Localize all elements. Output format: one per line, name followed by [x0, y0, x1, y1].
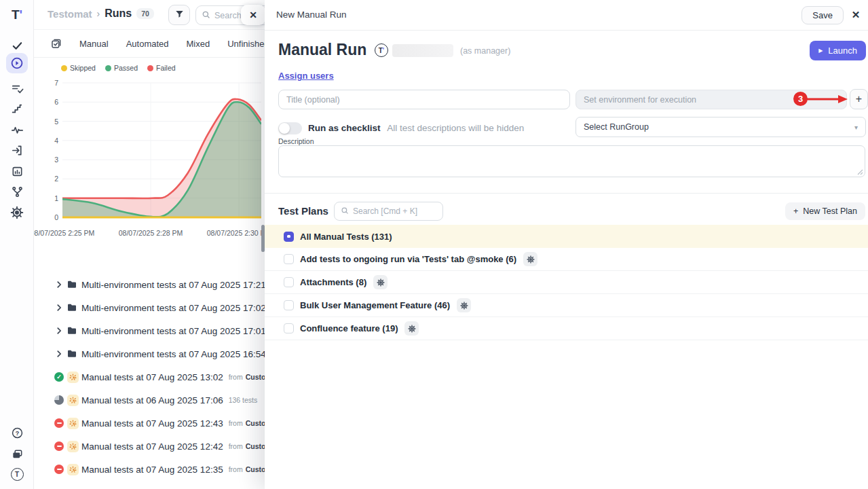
- test-plan-checkbox[interactable]: [284, 300, 294, 310]
- manual-run-icon: [67, 372, 79, 383]
- list-item[interactable]: Multi-environment tests at 07 Aug 2025 1…: [34, 319, 265, 342]
- runs-tabs: Manual Automated Mixed Unfinished: [34, 30, 265, 58]
- tab-manual[interactable]: Manual: [79, 39, 109, 49]
- resize-handle[interactable]: [857, 169, 863, 175]
- x-tick-label: 08/07/2025 2:25 PM: [31, 229, 95, 237]
- x-tick-label: 08/07/2025 2:28 PM: [119, 229, 183, 237]
- page-title: Manual Run: [278, 41, 366, 59]
- y-tick-label: 1: [34, 194, 58, 202]
- chevron-right-icon[interactable]: [54, 326, 64, 336]
- tasks-check-icon[interactable]: [0, 37, 34, 54]
- list-item[interactable]: Multi-environment tests at 07 Aug 2025 1…: [34, 296, 265, 319]
- test-plan-row[interactable]: All Manual Tests (131): [265, 225, 868, 248]
- annotation-step-badge: 3: [793, 92, 808, 106]
- plan-settings-gear-icon[interactable]: [404, 321, 419, 336]
- select-all-icon[interactable]: [50, 38, 62, 50]
- rungroup-select[interactable]: Select RunGroup ▾: [575, 117, 866, 137]
- runs-area-chart: [62, 76, 261, 223]
- svg-text:?: ?: [15, 429, 19, 436]
- filter-button[interactable]: [168, 5, 190, 25]
- run-label: Multi-environment tests at 07 Aug 2025 1…: [81, 280, 266, 290]
- list-item[interactable]: Manual tests at 07 Aug 2025 12:42 fromCu…: [34, 435, 265, 458]
- run-label: Manual tests at 07 Aug 2025 12:43: [81, 418, 223, 429]
- run-label: Manual tests at 07 Aug 2025 12:42: [81, 441, 223, 452]
- chart-legend: SkippedPassedFailed: [61, 64, 176, 72]
- plan-settings-gear-icon[interactable]: [523, 252, 537, 266]
- status-icon: [54, 372, 64, 382]
- y-tick-label: 7: [34, 79, 58, 87]
- tab-unfinished[interactable]: Unfinished: [227, 39, 269, 49]
- toggle-label: Run as checklist: [308, 123, 381, 133]
- breadcrumb-page[interactable]: Runs: [105, 7, 132, 20]
- list-item[interactable]: Manual tests at 06 Aug 2025 17:06 136 te…: [34, 388, 265, 412]
- branches-icon[interactable]: [0, 183, 34, 200]
- close-icon[interactable]: ✕: [849, 8, 863, 22]
- test-plan-checkbox[interactable]: [284, 232, 294, 242]
- test-plan-row[interactable]: Bulk User Management Feature (46): [265, 294, 868, 317]
- add-environment-button[interactable]: +: [850, 89, 868, 109]
- y-tick-label: 0: [34, 213, 58, 221]
- help-icon[interactable]: ?: [0, 424, 34, 441]
- list-item[interactable]: Manual tests at 07 Aug 2025 12:43 fromCu…: [34, 412, 265, 435]
- analytics-icon[interactable]: [0, 162, 34, 180]
- search-icon: [202, 10, 210, 21]
- list-item[interactable]: Multi-environment tests at 07 Aug 2025 1…: [34, 342, 265, 365]
- title-input[interactable]: [278, 90, 570, 109]
- list-item[interactable]: Manual tests at 07 Aug 2025 12:35 fromCu…: [34, 458, 265, 481]
- legend-item: Skipped: [61, 64, 96, 72]
- projects-icon[interactable]: [0, 445, 34, 463]
- status-icon: [54, 395, 64, 405]
- tab-mixed[interactable]: Mixed: [187, 39, 210, 49]
- breadcrumb-app[interactable]: Testomat: [48, 8, 92, 20]
- redacted-username: [392, 44, 453, 57]
- test-plan-row[interactable]: Attachments (8): [265, 271, 868, 294]
- settings-gear-icon[interactable]: [0, 204, 34, 221]
- test-plan-label: Confluence feature (19): [300, 323, 398, 333]
- legend-dot: [147, 65, 153, 71]
- runs-play-icon[interactable]: [0, 54, 34, 72]
- run-label: Manual tests at 07 Aug 2025 13:02: [81, 372, 223, 382]
- test-plan-checkbox[interactable]: [284, 323, 294, 333]
- test-plan-label: Bulk User Management Feature (46): [300, 300, 450, 310]
- chevron-right-icon[interactable]: [54, 280, 64, 289]
- new-test-plan-button[interactable]: + New Test Plan: [785, 202, 865, 220]
- runs-panel: Testomat › Runs 70 Search ✕ Manual Autom…: [34, 0, 265, 489]
- description-textarea[interactable]: [278, 145, 865, 177]
- chevron-right-icon[interactable]: [54, 303, 64, 312]
- close-search-button[interactable]: ✕: [241, 5, 265, 25]
- app-logo[interactable]: T: [0, 6, 34, 24]
- test-plans-list: All Manual Tests (131) Add tests to ongo…: [265, 225, 868, 340]
- launch-button[interactable]: ▶ Launch: [810, 41, 866, 60]
- pulse-icon[interactable]: [0, 121, 34, 139]
- plan-settings-gear-icon[interactable]: [457, 298, 471, 312]
- import-icon[interactable]: [0, 141, 34, 159]
- run-as-checklist-toggle[interactable]: [278, 122, 302, 134]
- list-item[interactable]: Multi-environment tests at 07 Aug 2025 1…: [34, 273, 265, 296]
- manual-run-icon: [67, 441, 79, 452]
- folder-icon: [67, 279, 77, 290]
- save-button[interactable]: Save: [801, 6, 844, 24]
- test-plans-search-input[interactable]: Search [Cmd + K]: [334, 202, 443, 221]
- legend-dot: [61, 65, 67, 71]
- test-plan-checkbox[interactable]: [284, 254, 294, 264]
- checklist-icon[interactable]: [0, 79, 34, 97]
- profile-avatar[interactable]: T: [0, 465, 34, 483]
- plus-icon: +: [793, 206, 798, 216]
- tab-automated[interactable]: Automated: [126, 39, 169, 49]
- test-plan-row[interactable]: Confluence feature (19): [265, 317, 868, 340]
- y-tick-label: 6: [34, 98, 58, 106]
- chevron-right-icon[interactable]: [54, 349, 64, 359]
- play-icon: ▶: [818, 48, 823, 54]
- test-plan-checkbox[interactable]: [284, 277, 294, 287]
- test-plan-row[interactable]: Add tests to ongoing run via 'Tests' tab…: [265, 248, 868, 271]
- run-label: Multi-environment tests at 07 Aug 2025 1…: [81, 303, 266, 313]
- assign-users-link[interactable]: Assign users: [278, 71, 334, 81]
- status-icon: [54, 441, 64, 451]
- steps-icon[interactable]: [0, 100, 34, 117]
- panel-header: Testomat › Runs 70 Search ✕: [34, 0, 265, 30]
- plan-settings-gear-icon[interactable]: [373, 275, 388, 289]
- section-divider: [265, 193, 868, 194]
- runs-list: Multi-environment tests at 07 Aug 2025 1…: [34, 273, 265, 481]
- legend-item: Passed: [105, 64, 138, 72]
- list-item[interactable]: Manual tests at 07 Aug 2025 13:02 fromCu…: [34, 365, 265, 388]
